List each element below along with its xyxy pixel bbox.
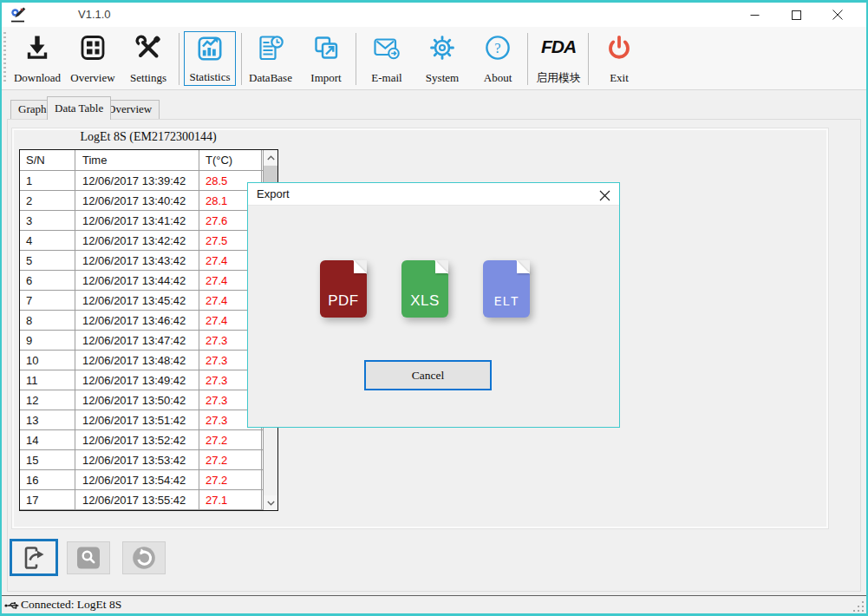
cancel-button[interactable]: Cancel [364, 360, 492, 390]
export-dialog-title: Export [257, 187, 290, 200]
cancel-button-label: Cancel [412, 369, 444, 383]
search-button[interactable] [67, 541, 110, 574]
toolbar-separator [241, 33, 242, 85]
database-document-icon [255, 32, 286, 63]
table-header: S/N Time T(°C) [20, 150, 277, 171]
maximize-button[interactable] [776, 3, 816, 27]
cell-temp: 27.2 [199, 470, 262, 489]
scroll-down-button[interactable] [264, 495, 277, 510]
table-row[interactable]: 4 12/06/2017 13:42:42 27.5 [20, 231, 277, 251]
table-row[interactable]: 12 12/06/2017 13:50:42 27.3 [20, 390, 277, 410]
table-row[interactable]: 11 12/06/2017 13:49:42 27.3 [20, 370, 277, 390]
table-row[interactable]: 8 12/06/2017 13:46:42 27.4 [20, 311, 277, 331]
table-row[interactable]: 3 12/06/2017 13:41:42 27.6 [20, 211, 277, 231]
cell-time: 12/06/2017 13:52:42 [75, 430, 199, 449]
cell-sn: 6 [20, 271, 75, 290]
export-pdf-button[interactable]: PDF [320, 260, 367, 318]
cell-sn: 11 [20, 370, 75, 390]
cell-time: 12/06/2017 13:55:42 [75, 490, 199, 509]
titlebar: V1.1.0 [2, 3, 866, 27]
toolbar-about-label: About [484, 72, 512, 84]
close-icon [599, 190, 610, 201]
cell-time: 12/06/2017 13:39:42 [75, 171, 199, 190]
export-pdf-label: PDF [320, 292, 367, 310]
table-row[interactable]: 13 12/06/2017 13:51:42 27.3 [20, 410, 277, 430]
toolbar-overview-button[interactable]: Overview [66, 31, 120, 86]
export-xls-button[interactable]: XLS [401, 260, 448, 318]
table-row[interactable]: 17 12/06/2017 13:55:42 27.1 [20, 490, 277, 510]
table-row[interactable]: 1 12/06/2017 13:39:42 28.5 [20, 171, 277, 191]
email-icon [371, 32, 402, 63]
statusbar: Connected: LogEt 8S [2, 595, 866, 613]
minimize-button[interactable] [734, 3, 774, 27]
toolbar-import-button[interactable]: Import [303, 31, 349, 86]
export-dialog-close-button[interactable] [597, 187, 612, 203]
toolbar-download-label: Download [14, 72, 61, 84]
cell-sn: 2 [20, 191, 75, 210]
cell-temp: 27.2 [199, 430, 262, 449]
system-gear-icon [427, 32, 458, 63]
data-table: S/N Time T(°C) 1 12/06/2017 13:39:42 28.… [19, 149, 278, 511]
minimize-icon [750, 10, 760, 20]
cell-temp: 27.1 [199, 490, 262, 509]
resize-grip[interactable] [852, 600, 864, 612]
cell-sn: 7 [20, 291, 75, 310]
device-title: LogEt 8S (EM2172300144) [19, 130, 277, 144]
chevron-up-icon [267, 155, 275, 161]
export-dialog: Export PDF XLS ELT Cancel [247, 182, 620, 428]
cell-sn: 13 [20, 410, 75, 429]
table-row[interactable]: 2 12/06/2017 13:40:42 28.1 [20, 191, 277, 211]
cell-time: 12/06/2017 13:49:42 [75, 370, 199, 390]
close-icon [832, 10, 843, 20]
toolbar-system-label: System [426, 72, 459, 84]
table-row[interactable]: 6 12/06/2017 13:44:42 27.4 [20, 271, 277, 291]
cell-time: 12/06/2017 13:45:42 [75, 291, 199, 310]
toolbar-fda-module-button[interactable]: FDA 启用模块 [532, 31, 585, 86]
column-header-temp: T(°C) [199, 150, 262, 170]
app-logo-icon [9, 5, 28, 24]
table-row[interactable]: 10 12/06/2017 13:48:42 27.3 [20, 351, 277, 370]
table-row[interactable]: 7 12/06/2017 13:45:42 27.4 [20, 291, 277, 311]
cell-time: 12/06/2017 13:46:42 [75, 311, 199, 330]
table-row[interactable]: 15 12/06/2017 13:53:42 27.2 [20, 450, 277, 470]
cell-sn: 8 [20, 311, 75, 330]
cell-sn: 16 [20, 470, 75, 489]
toolbar-system-button[interactable]: System [418, 31, 467, 86]
export-elt-button[interactable]: ELT [483, 260, 530, 318]
table-row[interactable]: 9 12/06/2017 13:47:42 27.3 [20, 331, 277, 351]
download-icon [22, 32, 53, 63]
toolbar-database-button[interactable]: DataBase [245, 31, 296, 86]
export-share-icon [18, 542, 49, 573]
toolbar-email-button[interactable]: E-mail [364, 31, 409, 86]
import-icon [310, 32, 342, 63]
table-row[interactable]: 14 12/06/2017 13:52:42 27.2 [20, 430, 277, 450]
toolbar-exit-button[interactable]: Exit [598, 31, 640, 86]
window-border-left [0, 0, 2, 616]
toolbar-settings-button[interactable]: Settings [123, 31, 173, 86]
cell-time: 12/06/2017 13:43:42 [75, 251, 199, 270]
undo-button[interactable] [122, 541, 166, 574]
toolbar-download-button[interactable]: Download [10, 31, 64, 86]
export-button[interactable] [10, 539, 58, 576]
toolbar-about-button[interactable]: ? About [475, 31, 520, 86]
cell-sn: 12 [20, 390, 75, 410]
toolbar-separator [356, 33, 356, 85]
table-row[interactable]: 16 12/06/2017 13:54:42 27.2 [20, 470, 277, 490]
scroll-up-button[interactable] [264, 150, 277, 165]
table-body: 1 12/06/2017 13:39:42 28.5 2 12/06/2017 … [20, 171, 277, 510]
close-button[interactable] [818, 3, 858, 27]
fda-logo-icon: FDA [541, 32, 576, 62]
cell-sn: 14 [20, 430, 75, 449]
svg-text:?: ? [494, 40, 500, 56]
about-question-icon: ? [482, 32, 513, 63]
cell-sn: 5 [20, 251, 75, 270]
app-window: V1.1.0 Download [0, 0, 868, 616]
cell-sn: 1 [20, 171, 75, 190]
tab-data-table[interactable]: Data Table [47, 96, 111, 120]
table-row[interactable]: 5 12/06/2017 13:43:42 27.4 [20, 251, 277, 271]
cell-time: 12/06/2017 13:47:42 [75, 331, 199, 350]
export-xls-label: XLS [401, 292, 448, 310]
toolbar-database-label: DataBase [249, 72, 292, 84]
statistics-chart-icon [194, 33, 225, 64]
toolbar-statistics-button[interactable]: Statistics [184, 31, 236, 86]
